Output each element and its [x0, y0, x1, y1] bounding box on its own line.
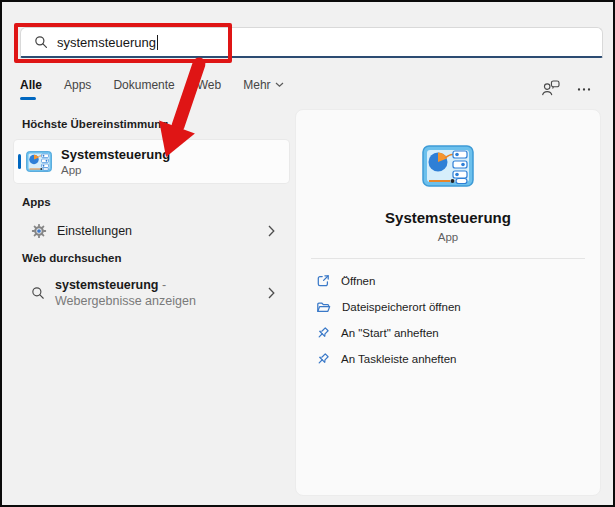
tab-apps[interactable]: Apps — [64, 78, 91, 100]
action-pin-to-start[interactable]: An "Start" anheften — [316, 320, 600, 346]
action-open-file-location[interactable]: Dateispeicherort öffnen — [316, 294, 600, 320]
more-options-icon[interactable] — [577, 82, 591, 96]
pin-icon — [316, 352, 330, 366]
result-subtitle: App — [61, 163, 170, 177]
chevron-right-icon — [268, 287, 275, 299]
search-icon — [34, 35, 48, 49]
tab-web[interactable]: Web — [197, 78, 221, 100]
text-caret — [157, 35, 158, 50]
action-open[interactable]: Öffnen — [316, 268, 600, 294]
web-search-label: systemsteuerung - Webergebnisse anzeigen — [55, 277, 235, 309]
tab-dokumente[interactable]: Dokumente — [113, 78, 174, 100]
web-search-header: Web durchsuchen — [22, 252, 121, 264]
search-query-text: systemsteuerung — [57, 35, 156, 50]
preview-subtitle: App — [438, 231, 458, 243]
apps-header: Apps — [22, 196, 51, 208]
search-input[interactable]: systemsteuerung — [57, 35, 158, 50]
search-icon — [31, 286, 45, 300]
windows-search-flyout: systemsteuerung Alle Apps Dokumente Web … — [0, 0, 615, 507]
result-title: Systemsteuerung — [61, 147, 170, 162]
chevron-right-icon — [268, 225, 275, 237]
tab-alle[interactable]: Alle — [20, 78, 42, 100]
preview-panel: Systemsteuerung App Öffnen Dateispeicher… — [295, 109, 601, 496]
search-bar: systemsteuerung — [20, 27, 603, 58]
chevron-down-icon — [275, 82, 284, 88]
action-pin-to-taskbar[interactable]: An Taskleiste anheften — [316, 346, 600, 372]
action-list: Öffnen Dateispeicherort öffnen An "Start… — [296, 259, 600, 372]
control-panel-icon — [422, 145, 474, 187]
control-panel-icon — [26, 151, 52, 172]
selection-accent-bar — [18, 154, 21, 169]
topbar-icons — [541, 80, 591, 97]
result-item-systemsteuerung[interactable]: Systemsteuerung App — [14, 140, 289, 183]
search-filter-tabs: Alle Apps Dokumente Web Mehr — [20, 78, 284, 100]
settings-label: Einstellungen — [57, 224, 132, 238]
preview-title: Systemsteuerung — [385, 209, 511, 226]
open-icon — [316, 274, 330, 288]
tab-mehr[interactable]: Mehr — [243, 78, 283, 100]
folder-open-icon — [316, 300, 331, 314]
result-item-einstellungen[interactable]: Einstellungen — [14, 216, 289, 246]
result-item-web-search[interactable]: systemsteuerung - Webergebnisse anzeigen — [14, 271, 289, 315]
pin-icon — [316, 326, 330, 340]
gear-icon — [31, 223, 47, 239]
account-icon[interactable] — [541, 80, 560, 97]
best-match-header: Höchste Übereinstimmung — [22, 118, 168, 130]
